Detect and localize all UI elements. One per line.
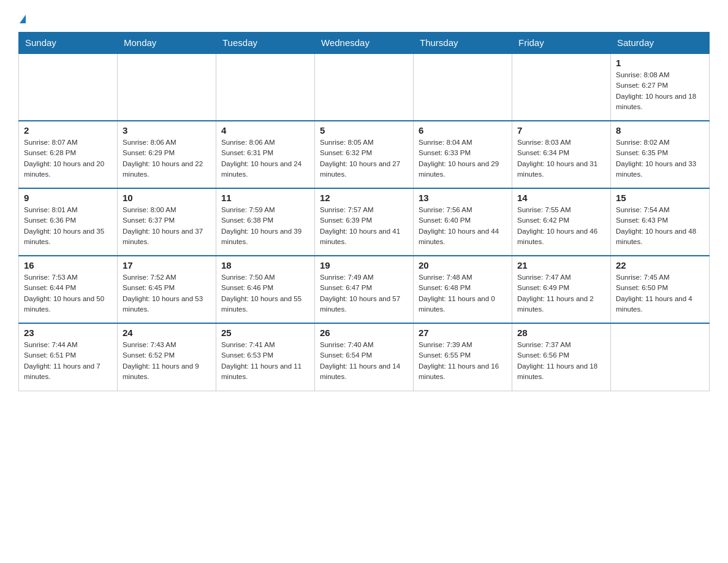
page-header [18,12,710,26]
day-info: Sunrise: 7:37 AM Sunset: 6:56 PM Dayligh… [517,340,605,382]
day-info: Sunrise: 8:05 AM Sunset: 6:32 PM Dayligh… [320,137,408,180]
calendar-cell: 22Sunrise: 7:45 AM Sunset: 6:50 PM Dayli… [611,256,710,323]
day-info: Sunrise: 7:49 AM Sunset: 6:47 PM Dayligh… [320,272,408,315]
day-number: 26 [320,327,408,338]
day-info: Sunrise: 7:40 AM Sunset: 6:54 PM Dayligh… [320,340,408,382]
calendar-cell: 23Sunrise: 7:44 AM Sunset: 6:51 PM Dayli… [19,323,118,391]
calendar-cell: 9Sunrise: 8:01 AM Sunset: 6:36 PM Daylig… [19,188,118,256]
day-number: 16 [24,260,112,270]
calendar-cell [315,53,414,121]
calendar-cell [118,53,216,121]
calendar-cell: 17Sunrise: 7:52 AM Sunset: 6:45 PM Dayli… [118,256,216,323]
day-number: 9 [24,193,112,203]
day-number: 21 [517,260,605,270]
calendar-cell: 20Sunrise: 7:48 AM Sunset: 6:48 PM Dayli… [414,256,512,323]
day-number: 11 [221,193,309,203]
day-number: 23 [24,327,112,338]
calendar-header-row: SundayMondayTuesdayWednesdayThursdayFrid… [19,33,710,54]
calendar-week-row: 23Sunrise: 7:44 AM Sunset: 6:51 PM Dayli… [19,323,710,391]
day-number: 25 [221,327,309,338]
day-number: 3 [123,125,211,136]
day-info: Sunrise: 7:53 AM Sunset: 6:44 PM Dayligh… [24,272,112,315]
day-info: Sunrise: 7:52 AM Sunset: 6:45 PM Dayligh… [123,272,211,315]
calendar-cell: 1Sunrise: 8:08 AM Sunset: 6:27 PM Daylig… [611,53,710,121]
day-info: Sunrise: 7:41 AM Sunset: 6:53 PM Dayligh… [221,340,309,382]
weekday-header-friday: Friday [512,33,611,54]
calendar-cell: 19Sunrise: 7:49 AM Sunset: 6:47 PM Dayli… [315,256,414,323]
day-info: Sunrise: 7:39 AM Sunset: 6:55 PM Dayligh… [419,340,507,382]
day-info: Sunrise: 8:03 AM Sunset: 6:34 PM Dayligh… [517,137,605,180]
day-number: 1 [616,58,704,68]
day-info: Sunrise: 7:59 AM Sunset: 6:38 PM Dayligh… [221,205,309,247]
calendar-cell: 7Sunrise: 8:03 AM Sunset: 6:34 PM Daylig… [512,121,611,188]
day-info: Sunrise: 8:06 AM Sunset: 6:29 PM Dayligh… [123,137,211,180]
day-info: Sunrise: 7:47 AM Sunset: 6:49 PM Dayligh… [517,272,605,315]
calendar-cell: 4Sunrise: 8:06 AM Sunset: 6:31 PM Daylig… [216,121,315,188]
calendar-week-row: 16Sunrise: 7:53 AM Sunset: 6:44 PM Dayli… [19,256,710,323]
logo-text [18,12,26,26]
calendar-cell: 24Sunrise: 7:43 AM Sunset: 6:52 PM Dayli… [118,323,216,391]
day-number: 5 [320,125,408,136]
day-number: 2 [24,125,112,136]
day-info: Sunrise: 7:57 AM Sunset: 6:39 PM Dayligh… [320,205,408,247]
calendar-cell: 25Sunrise: 7:41 AM Sunset: 6:53 PM Dayli… [216,323,315,391]
calendar-week-row: 9Sunrise: 8:01 AM Sunset: 6:36 PM Daylig… [19,188,710,256]
weekday-header-wednesday: Wednesday [315,33,414,54]
calendar-cell: 6Sunrise: 8:04 AM Sunset: 6:33 PM Daylig… [414,121,512,188]
calendar-cell: 27Sunrise: 7:39 AM Sunset: 6:55 PM Dayli… [414,323,512,391]
weekday-header-thursday: Thursday [414,33,512,54]
calendar-cell: 16Sunrise: 7:53 AM Sunset: 6:44 PM Dayli… [19,256,118,323]
day-number: 8 [616,125,704,136]
day-info: Sunrise: 8:08 AM Sunset: 6:27 PM Dayligh… [616,70,704,112]
day-number: 10 [123,193,211,203]
day-number: 18 [221,260,309,270]
day-info: Sunrise: 7:54 AM Sunset: 6:43 PM Dayligh… [616,205,704,247]
calendar-cell [216,53,315,121]
day-number: 17 [123,260,211,270]
day-number: 20 [419,260,507,270]
calendar-cell: 18Sunrise: 7:50 AM Sunset: 6:46 PM Dayli… [216,256,315,323]
day-info: Sunrise: 7:56 AM Sunset: 6:40 PM Dayligh… [419,205,507,247]
day-info: Sunrise: 7:50 AM Sunset: 6:46 PM Dayligh… [221,272,309,315]
day-info: Sunrise: 7:45 AM Sunset: 6:50 PM Dayligh… [616,272,704,315]
day-info: Sunrise: 7:43 AM Sunset: 6:52 PM Dayligh… [123,340,211,382]
calendar-week-row: 1Sunrise: 8:08 AM Sunset: 6:27 PM Daylig… [19,53,710,121]
day-info: Sunrise: 7:55 AM Sunset: 6:42 PM Dayligh… [517,205,605,247]
day-info: Sunrise: 8:06 AM Sunset: 6:31 PM Dayligh… [221,137,309,180]
day-number: 14 [517,193,605,203]
day-number: 24 [123,327,211,338]
calendar-cell: 8Sunrise: 8:02 AM Sunset: 6:35 PM Daylig… [611,121,710,188]
weekday-header-monday: Monday [118,33,216,54]
calendar-cell: 10Sunrise: 8:00 AM Sunset: 6:37 PM Dayli… [118,188,216,256]
calendar-cell: 13Sunrise: 7:56 AM Sunset: 6:40 PM Dayli… [414,188,512,256]
calendar-cell: 11Sunrise: 7:59 AM Sunset: 6:38 PM Dayli… [216,188,315,256]
calendar-table: SundayMondayTuesdayWednesdayThursdayFrid… [18,32,710,391]
calendar-cell: 28Sunrise: 7:37 AM Sunset: 6:56 PM Dayli… [512,323,611,391]
calendar-cell: 12Sunrise: 7:57 AM Sunset: 6:39 PM Dayli… [315,188,414,256]
day-info: Sunrise: 8:00 AM Sunset: 6:37 PM Dayligh… [123,205,211,247]
day-number: 28 [517,327,605,338]
day-info: Sunrise: 8:01 AM Sunset: 6:36 PM Dayligh… [24,205,112,247]
calendar-week-row: 2Sunrise: 8:07 AM Sunset: 6:28 PM Daylig… [19,121,710,188]
calendar-cell: 14Sunrise: 7:55 AM Sunset: 6:42 PM Dayli… [512,188,611,256]
calendar-cell: 15Sunrise: 7:54 AM Sunset: 6:43 PM Dayli… [611,188,710,256]
logo-triangle-icon [20,15,26,23]
day-info: Sunrise: 7:44 AM Sunset: 6:51 PM Dayligh… [24,340,112,382]
day-info: Sunrise: 8:07 AM Sunset: 6:28 PM Dayligh… [24,137,112,180]
calendar-cell [512,53,611,121]
day-number: 27 [419,327,507,338]
day-info: Sunrise: 8:04 AM Sunset: 6:33 PM Dayligh… [419,137,507,180]
calendar-cell [19,53,118,121]
day-number: 15 [616,193,704,203]
weekday-header-tuesday: Tuesday [216,33,315,54]
calendar-cell: 2Sunrise: 8:07 AM Sunset: 6:28 PM Daylig… [19,121,118,188]
day-number: 7 [517,125,605,136]
calendar-cell: 26Sunrise: 7:40 AM Sunset: 6:54 PM Dayli… [315,323,414,391]
calendar-cell: 3Sunrise: 8:06 AM Sunset: 6:29 PM Daylig… [118,121,216,188]
calendar-cell [414,53,512,121]
day-number: 6 [419,125,507,136]
day-number: 4 [221,125,309,136]
day-number: 13 [419,193,507,203]
day-number: 19 [320,260,408,270]
day-info: Sunrise: 7:48 AM Sunset: 6:48 PM Dayligh… [419,272,507,315]
